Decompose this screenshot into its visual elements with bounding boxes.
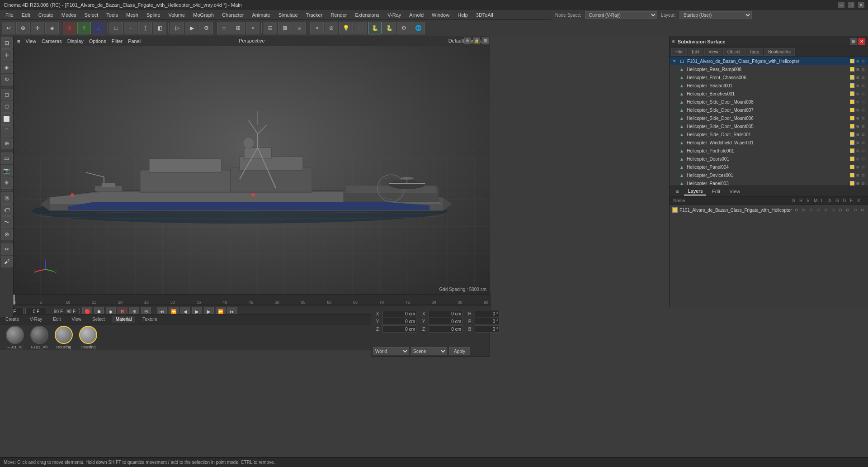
edge-mode[interactable]: ⌶ bbox=[138, 22, 152, 34]
vp-menu-options[interactable]: Options bbox=[89, 38, 106, 44]
menu-create[interactable]: Create bbox=[35, 11, 57, 19]
menu-edit[interactable]: Edit bbox=[18, 11, 34, 19]
vp-menu-filter[interactable]: Filter bbox=[112, 38, 123, 44]
vp-lock-button[interactable]: 🔒 bbox=[473, 37, 480, 44]
render-settings[interactable]: ⚙ bbox=[199, 22, 213, 34]
panel-close-btn[interactable]: ✕ bbox=[858, 38, 865, 45]
left-tool-select[interactable]: ⊡ bbox=[1, 37, 13, 49]
obj-item-14[interactable]: ▲ Helicopter_Panel003 ⊞ ⊡ bbox=[670, 179, 868, 186]
undo-button[interactable]: ↩ bbox=[2, 22, 15, 34]
vp-maximize-button[interactable]: ⊞ bbox=[482, 37, 489, 44]
timeline[interactable]: 051015202530354045505560657075808590 bbox=[0, 294, 491, 305]
layout-btn[interactable]: ⊟ bbox=[264, 22, 277, 34]
left-tool-brush[interactable]: 🖌 bbox=[1, 256, 13, 267]
left-tool-plane[interactable]: ⬜ bbox=[1, 113, 13, 125]
poly-mode[interactable]: ◧ bbox=[153, 22, 166, 34]
close-button[interactable]: ✕ bbox=[858, 2, 864, 8]
obj-item-2[interactable]: ▲ Helicopter_Sealant001 ⊞ ⊡ bbox=[670, 81, 868, 90]
settings-gear[interactable]: ⚙ bbox=[397, 22, 410, 34]
mat-tab-edit[interactable]: Edit bbox=[49, 316, 64, 323]
object-z[interactable]: Z bbox=[92, 22, 105, 34]
material-item-4[interactable]: Housing bbox=[77, 326, 99, 349]
x-pos-input[interactable] bbox=[382, 310, 416, 317]
left-tool-knife[interactable]: ✂ bbox=[1, 243, 13, 255]
object-x[interactable]: X bbox=[63, 22, 76, 34]
menu-modes[interactable]: Modes bbox=[58, 11, 80, 19]
render-view[interactable]: ▷ bbox=[170, 22, 184, 34]
menu-help[interactable]: Help bbox=[454, 11, 472, 19]
layout2-btn[interactable]: ⊠ bbox=[278, 22, 292, 34]
obj-item-top[interactable]: ▼ ⊡ F101_Alvaro_de_Bazan_Class_Frigate_w… bbox=[670, 57, 868, 65]
viewport[interactable]: ≡ View Cameras Display Options Filter Pa… bbox=[14, 36, 490, 294]
obj-item-1[interactable]: ▲ Helicopter_Front_Chassis006 ⊞ ⊡ bbox=[670, 73, 868, 81]
mat-tab-view[interactable]: View bbox=[68, 316, 85, 323]
node-space-select[interactable]: Current (V-Ray) bbox=[585, 11, 657, 19]
scale-tool[interactable]: ◈ bbox=[45, 22, 59, 34]
obj-item-6[interactable]: ▲ Helicopter_Side_Door_Mount006 ⊞ ⊡ bbox=[670, 114, 868, 122]
layout3-btn[interactable]: ≡ bbox=[292, 22, 306, 34]
obj-item-8[interactable]: ▲ Helicopter_Side_Door_Rails001 ⊞ ⊡ bbox=[670, 130, 868, 138]
menu-simulate[interactable]: Simulate bbox=[275, 11, 302, 19]
snap-btn[interactable]: ⌖ bbox=[310, 22, 324, 34]
menu-tracker[interactable]: Tracker bbox=[302, 11, 326, 19]
menu-vray[interactable]: V-Ray bbox=[384, 11, 405, 19]
menu-arnold[interactable]: Arnold bbox=[406, 11, 427, 19]
menu-3dtoall[interactable]: 3DToAll bbox=[472, 11, 497, 19]
rp-tab-edit[interactable]: Edit bbox=[688, 48, 703, 56]
obj-item-0[interactable]: ▲ Helicopter_Rear_Ramp008 ⊞ ⊡ bbox=[670, 65, 868, 73]
menu-file[interactable]: File bbox=[2, 11, 17, 19]
layer-item-0[interactable]: F101_Alvaro_de_Bazan_Class_Frigate_with_… bbox=[670, 205, 868, 215]
left-tool-floor[interactable]: ▭ bbox=[1, 152, 13, 164]
obj-item-9[interactable]: ▲ Helicopter_Windshield_Wiper001 ⊞ ⊡ bbox=[670, 138, 868, 147]
left-tool-rotate[interactable]: ↻ bbox=[1, 74, 13, 86]
rp-tab-bookmarks[interactable]: Bookmarks bbox=[764, 48, 795, 56]
menu-mograph[interactable]: MoGraph bbox=[189, 11, 217, 19]
vp-expand-button[interactable]: ⊕ bbox=[464, 37, 471, 44]
rp-tab-view[interactable]: View bbox=[704, 48, 722, 56]
rp-tab-tags[interactable]: Tags bbox=[745, 48, 763, 56]
vp-menu-toggle[interactable]: ≡ bbox=[17, 38, 20, 44]
b-input[interactable] bbox=[475, 325, 500, 333]
obj-btn[interactable]: ⊞ bbox=[231, 22, 245, 34]
vp-menu-panel[interactable]: Panel bbox=[128, 38, 141, 44]
rp-tab-file[interactable]: File bbox=[671, 48, 687, 56]
vp-menu-cameras[interactable]: Cameras bbox=[42, 38, 62, 44]
p-input[interactable] bbox=[475, 318, 500, 325]
menu-tools[interactable]: Tools bbox=[103, 11, 122, 19]
mat-tab-material[interactable]: Material bbox=[112, 316, 136, 323]
obj-item-4[interactable]: ▲ Helicopter_Side_Door_Mount008 ⊞ ⊡ bbox=[670, 98, 868, 106]
menu-render[interactable]: Render bbox=[327, 11, 350, 19]
obj-item-7[interactable]: ▲ Helicopter_Side_Door_Mount005 ⊞ ⊡ bbox=[670, 122, 868, 130]
snap2-btn[interactable]: ⊘ bbox=[325, 22, 338, 34]
maximize-button[interactable]: □ bbox=[848, 2, 854, 8]
y-pos-input[interactable] bbox=[382, 318, 416, 325]
left-tool-nurbs[interactable]: ⊕ bbox=[1, 138, 13, 149]
layers-tab-view[interactable]: View bbox=[726, 188, 744, 195]
x-rot-input[interactable] bbox=[429, 310, 462, 317]
menu-mesh[interactable]: Mesh bbox=[123, 11, 142, 19]
z-pos-input[interactable] bbox=[382, 325, 416, 333]
menu-window[interactable]: Window bbox=[428, 11, 453, 19]
twirl-btn[interactable]: ☆ bbox=[217, 22, 231, 34]
render-btn[interactable]: ▶ bbox=[185, 22, 198, 34]
menu-select[interactable]: Select bbox=[81, 11, 102, 19]
obj-item-5[interactable]: ▲ Helicopter_Side_Door_Mount007 ⊞ ⊡ bbox=[670, 106, 868, 114]
scale-select[interactable]: Scene Unit Custom bbox=[411, 347, 447, 355]
menu-extensions[interactable]: Extensions bbox=[351, 11, 383, 19]
menu-volume[interactable]: Volume bbox=[165, 11, 189, 19]
left-tool-material[interactable]: ◎ bbox=[1, 192, 13, 204]
left-tool-mesh[interactable]: ⬡ bbox=[1, 101, 13, 113]
left-tool-rig[interactable]: ⊗ bbox=[1, 229, 13, 240]
left-tool-camera[interactable]: 📷 bbox=[1, 165, 13, 176]
left-tool-light[interactable]: ☀ bbox=[1, 177, 13, 189]
obj-item-10[interactable]: ▲ Helicopter_Porthole001 ⊞ ⊡ bbox=[670, 147, 868, 155]
object-y[interactable]: Y bbox=[77, 22, 91, 34]
left-tool-move[interactable]: ✛ bbox=[1, 49, 13, 61]
mat-tab-create[interactable]: Create bbox=[2, 316, 23, 323]
layers-tab-layers[interactable]: Layers bbox=[684, 187, 706, 195]
material-item-3[interactable]: Housing bbox=[52, 326, 75, 349]
py2-btn[interactable]: 🐍 bbox=[382, 22, 396, 34]
material-item-1[interactable]: F101_Al bbox=[4, 326, 26, 349]
vp-menu-view[interactable]: View bbox=[25, 38, 36, 44]
left-tool-3d[interactable]: ◻ bbox=[1, 89, 13, 100]
